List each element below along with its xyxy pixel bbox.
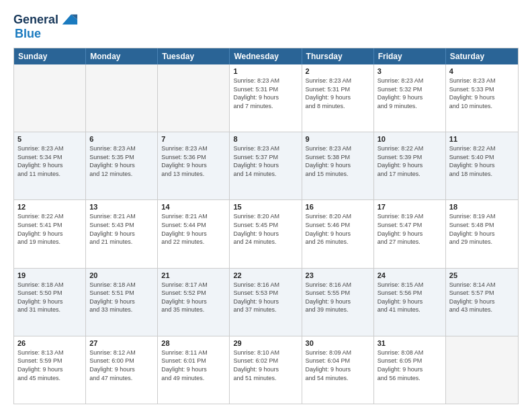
cell-text: Sunset: 5:32 PM	[378, 85, 442, 94]
day-number: 9	[306, 135, 370, 143]
cell-text: Daylight: 9 hours	[233, 93, 298, 102]
cell-text: Daylight: 9 hours	[378, 93, 442, 102]
day-number: 10	[378, 135, 442, 143]
calendar-cell: 29Sunrise: 8:10 AMSunset: 6:02 PMDayligh…	[230, 336, 302, 404]
day-number: 15	[233, 203, 298, 211]
cell-text: Sunrise: 8:16 AM	[306, 281, 370, 289]
cell-text: and 19 minutes.	[17, 238, 82, 246]
cell-text: and 56 minutes.	[378, 374, 442, 383]
calendar-row: 1Sunrise: 8:23 AMSunset: 5:31 PMDaylight…	[14, 64, 518, 132]
cell-text: and 33 minutes.	[89, 306, 154, 314]
cell-text: Sunset: 5:52 PM	[161, 289, 226, 298]
weekday-header: Saturday	[446, 48, 518, 64]
cell-text: Sunset: 5:40 PM	[449, 153, 515, 162]
calendar-cell	[86, 64, 158, 132]
cell-text: Daylight: 9 hours	[17, 230, 82, 238]
calendar-cell: 31Sunrise: 8:08 AMSunset: 6:05 PMDayligh…	[374, 336, 446, 404]
cell-text: Sunset: 5:36 PM	[161, 153, 226, 162]
cell-text: Sunset: 5:47 PM	[378, 221, 442, 230]
cell-text: Sunset: 5:51 PM	[89, 289, 154, 298]
calendar-cell	[446, 336, 518, 404]
cell-text: and 35 minutes.	[161, 306, 226, 314]
calendar-row: 12Sunrise: 8:22 AMSunset: 5:41 PMDayligh…	[14, 200, 518, 268]
calendar-header: SundayMondayTuesdayWednesdayThursdayFrid…	[14, 48, 518, 64]
cell-text: Sunrise: 8:18 AM	[17, 281, 82, 289]
day-number: 11	[449, 135, 515, 143]
cell-text: Sunrise: 8:23 AM	[306, 144, 370, 153]
cell-text: Daylight: 9 hours	[161, 161, 226, 170]
cell-text: and 45 minutes.	[17, 374, 82, 383]
cell-text: and 8 minutes.	[306, 102, 370, 111]
cell-text: and 37 minutes.	[233, 306, 298, 314]
cell-text: Sunset: 5:55 PM	[306, 289, 370, 298]
cell-text: Sunset: 5:34 PM	[17, 153, 82, 162]
cell-text: Sunrise: 8:08 AM	[378, 349, 442, 357]
cell-text: and 27 minutes.	[378, 238, 442, 246]
day-number: 17	[378, 203, 442, 211]
cell-text: Sunrise: 8:23 AM	[378, 77, 442, 85]
calendar-row: 19Sunrise: 8:18 AMSunset: 5:50 PMDayligh…	[14, 269, 518, 336]
calendar-cell: 9Sunrise: 8:23 AMSunset: 5:38 PMDaylight…	[302, 132, 374, 199]
day-number: 6	[89, 135, 154, 143]
cell-text: and 51 minutes.	[233, 374, 298, 383]
calendar: SundayMondayTuesdayWednesdayThursdayFrid…	[13, 48, 519, 404]
calendar-cell: 1Sunrise: 8:23 AMSunset: 5:31 PMDaylight…	[230, 64, 302, 132]
cell-text: and 9 minutes.	[378, 102, 442, 111]
calendar-cell: 11Sunrise: 8:22 AMSunset: 5:40 PMDayligh…	[446, 132, 518, 199]
cell-text: Sunset: 5:45 PM	[233, 221, 298, 230]
calendar-cell: 18Sunrise: 8:19 AMSunset: 5:48 PMDayligh…	[446, 200, 518, 267]
cell-text: Sunset: 5:57 PM	[449, 289, 515, 298]
cell-text: Daylight: 9 hours	[161, 365, 226, 374]
cell-text: Daylight: 9 hours	[161, 230, 226, 238]
cell-text: Sunset: 5:59 PM	[17, 357, 82, 365]
calendar-cell	[158, 64, 230, 132]
cell-text: and 11 minutes.	[17, 170, 82, 179]
cell-text: Daylight: 9 hours	[378, 298, 442, 306]
cell-text: Sunrise: 8:22 AM	[449, 144, 515, 153]
day-number: 20	[89, 271, 154, 279]
cell-text: and 13 minutes.	[161, 170, 226, 179]
cell-text: Sunset: 5:38 PM	[306, 153, 370, 162]
cell-text: Sunset: 6:05 PM	[378, 357, 442, 365]
cell-text: Sunrise: 8:20 AM	[233, 212, 298, 221]
header: General Blue	[13, 11, 519, 41]
cell-text: Sunset: 6:02 PM	[233, 357, 298, 365]
cell-text: Sunrise: 8:23 AM	[449, 77, 515, 85]
cell-text: Sunrise: 8:21 AM	[89, 212, 154, 221]
cell-text: Sunset: 5:37 PM	[233, 153, 298, 162]
cell-text: Sunset: 5:35 PM	[89, 153, 154, 162]
calendar-cell: 3Sunrise: 8:23 AMSunset: 5:32 PMDaylight…	[374, 64, 446, 132]
cell-text: and 18 minutes.	[449, 170, 515, 179]
cell-text: Daylight: 9 hours	[306, 298, 370, 306]
calendar-cell: 5Sunrise: 8:23 AMSunset: 5:34 PMDaylight…	[14, 132, 86, 199]
calendar-cell: 17Sunrise: 8:19 AMSunset: 5:47 PMDayligh…	[374, 200, 446, 267]
cell-text: Sunrise: 8:10 AM	[233, 349, 298, 357]
calendar-row: 26Sunrise: 8:13 AMSunset: 5:59 PMDayligh…	[14, 336, 518, 404]
cell-text: and 7 minutes.	[233, 102, 298, 111]
cell-text: and 41 minutes.	[378, 306, 442, 314]
cell-text: Daylight: 9 hours	[378, 365, 442, 374]
calendar-cell: 15Sunrise: 8:20 AMSunset: 5:45 PMDayligh…	[230, 200, 302, 267]
cell-text: Daylight: 9 hours	[89, 230, 154, 238]
cell-text: and 39 minutes.	[306, 306, 370, 314]
calendar-cell: 4Sunrise: 8:23 AMSunset: 5:33 PMDaylight…	[446, 64, 518, 132]
cell-text: Sunrise: 8:18 AM	[89, 281, 154, 289]
cell-text: Sunset: 5:33 PM	[449, 85, 515, 94]
calendar-cell: 14Sunrise: 8:21 AMSunset: 5:44 PMDayligh…	[158, 200, 230, 267]
day-number: 25	[449, 271, 515, 279]
calendar-cell: 6Sunrise: 8:23 AMSunset: 5:35 PMDaylight…	[86, 132, 158, 199]
cell-text: and 26 minutes.	[306, 238, 370, 246]
logo-icon	[60, 11, 79, 30]
cell-text: Daylight: 9 hours	[306, 230, 370, 238]
calendar-cell	[14, 64, 86, 132]
cell-text: Sunset: 5:50 PM	[17, 289, 82, 298]
cell-text: Daylight: 9 hours	[306, 365, 370, 374]
calendar-cell: 25Sunrise: 8:14 AMSunset: 5:57 PMDayligh…	[446, 269, 518, 336]
cell-text: Sunrise: 8:23 AM	[306, 77, 370, 85]
cell-text: Sunrise: 8:23 AM	[233, 144, 298, 153]
cell-text: Daylight: 9 hours	[17, 365, 82, 374]
day-number: 8	[233, 135, 298, 143]
cell-text: Sunset: 5:53 PM	[233, 289, 298, 298]
cell-text: Daylight: 9 hours	[449, 161, 515, 170]
cell-text: Sunrise: 8:19 AM	[378, 212, 442, 221]
